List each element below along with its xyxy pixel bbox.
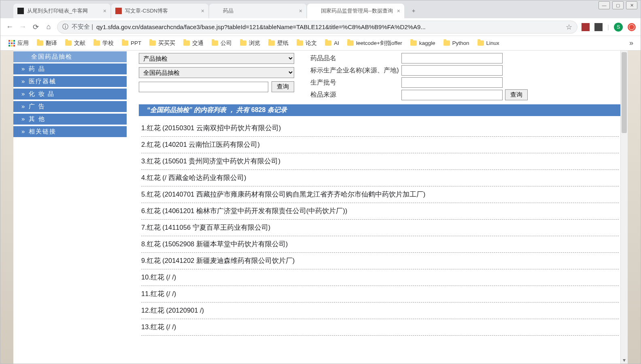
bookmark-label: PPT (131, 40, 141, 46)
folder-icon (297, 40, 303, 46)
label-source: 检品来源 (310, 91, 399, 99)
input-manufacturer[interactable] (401, 65, 503, 76)
bookmark-label: 买买买 (158, 40, 175, 47)
close-window-button[interactable]: ✕ (626, 1, 637, 9)
home-button[interactable]: ⌂ (44, 23, 53, 32)
sidebar: 全国药品抽检 药 品医疗器械化 妆 品广 告其 他相关链接 (13, 51, 127, 364)
toolbar-right: | S (582, 23, 636, 32)
profile-avatar[interactable]: S (614, 23, 623, 32)
select-scope[interactable]: 全国药品抽检 (139, 67, 294, 78)
scroll-thumb[interactable] (622, 52, 627, 133)
tab-strip: 从尾到头打印链表_牛客网×写文章-CSDN博客×药品×国家药品监督管理局--数据… (0, 0, 641, 18)
close-tab-icon[interactable]: × (101, 8, 106, 14)
scrollbar[interactable]: ▴ ▾ (620, 51, 628, 364)
search-button-left[interactable]: 查询 (272, 81, 294, 92)
folder-icon (93, 40, 100, 46)
sidebar-item[interactable]: 化 妆 品 (13, 88, 127, 100)
folder-icon (325, 40, 331, 46)
bookmark-item[interactable]: leetcode+剑指offer (344, 38, 405, 49)
bookmarks-overflow[interactable]: » (629, 39, 636, 47)
bookmark-item[interactable]: AI (322, 38, 342, 48)
adblock-icon[interactable] (628, 23, 636, 31)
bookmark-label: Linux (486, 40, 499, 46)
result-row[interactable]: 10.红花 (/ /) (141, 269, 619, 286)
sidebar-item[interactable]: 相关链接 (13, 126, 127, 138)
bookmark-item[interactable]: 翻译 (34, 38, 60, 49)
bookmark-label: 论文 (306, 40, 317, 47)
bookmark-label: AI (334, 40, 339, 46)
bookmark-item[interactable]: 公司 (208, 38, 235, 49)
result-row[interactable]: 6.红花 (14061201 榆林市广济堂中药开发有限责任公司(中药饮片厂)) (141, 203, 619, 220)
browser-tab[interactable]: 写文章-CSDN博客× (111, 4, 208, 18)
sidebar-item[interactable]: 广 告 (13, 101, 127, 112)
select-product-type[interactable]: 产品抽检 (139, 53, 294, 64)
sidebar-item[interactable]: 其 他 (13, 113, 127, 125)
label-manufacturer: 标示生产企业名称(来源、产地) (310, 66, 399, 75)
browser-tab[interactable]: 药品× (209, 4, 306, 18)
bookmark-item[interactable]: 壁纸 (265, 38, 292, 49)
bookmark-item[interactable]: Python (440, 38, 473, 48)
folder-icon (122, 40, 128, 46)
input-source[interactable] (401, 90, 503, 100)
keyword-input[interactable] (139, 82, 268, 92)
bookmark-label: 交通 (192, 40, 204, 47)
bookmark-star-icon[interactable]: ☆ (566, 23, 572, 32)
folder-icon (347, 40, 354, 46)
bookmark-item[interactable]: Linux (474, 38, 503, 48)
filter-row: 产品抽检 全国药品抽检 查询 药品品名 标示生产企业名称(来源、产地) 生产批号… (139, 53, 621, 100)
bookmark-item[interactable]: 买买买 (146, 38, 178, 49)
url-text: qy1.sfda.gov.cn/datasearchcnda/face3/bas… (96, 23, 426, 30)
input-batch[interactable] (401, 77, 503, 88)
result-row[interactable]: 8.红花 (15052908 新疆本草堂中药饮片有限公司) (141, 236, 619, 253)
maximize-button[interactable]: ▢ (612, 1, 624, 9)
bookmark-item[interactable]: 论文 (293, 38, 320, 49)
input-drug-name[interactable] (401, 53, 503, 63)
bookmark-item[interactable]: PPT (119, 38, 144, 48)
sidebar-item[interactable]: 医疗器械 (13, 76, 127, 87)
result-row[interactable]: 4.红花 (/ 西藏金哈达药业有限公司) (141, 170, 619, 186)
page-content: 全国药品抽检 药 品医疗器械化 妆 品广 告其 他相关链接 产品抽检 全国药品抽… (0, 51, 641, 364)
result-row[interactable]: 2.红花 (140201 云南怡江医药有限公司) (141, 137, 619, 153)
address-bar[interactable]: ⓘ 不安全 | qy1.sfda.gov.cn/datasearchcnda/f… (57, 21, 577, 34)
bookmark-item[interactable]: 交通 (180, 38, 207, 49)
label-batch: 生产批号 (310, 78, 399, 87)
bookmark-label: 文献 (74, 40, 85, 47)
tab-title: 国家药品监督管理局--数据查询 (321, 7, 393, 15)
new-tab-button[interactable]: ＋ (408, 5, 420, 17)
scroll-down-icon[interactable]: ▾ (621, 356, 628, 364)
minimize-button[interactable]: — (599, 1, 610, 9)
result-row[interactable]: 9.红花 (20141202 新疆麦迪森维药有限公司饮片厂) (141, 253, 619, 269)
close-tab-icon[interactable]: × (297, 8, 302, 14)
bookmark-item[interactable]: 文献 (62, 38, 89, 49)
sidebar-item-current[interactable]: 全国药品抽检 (13, 51, 127, 62)
browser-tab[interactable]: 国家药品监督管理局--数据查询× (307, 4, 404, 18)
result-row[interactable]: 11.红花 (/ /) (141, 286, 619, 303)
result-row[interactable]: 13.红花 (/ /) (141, 319, 619, 336)
result-row[interactable]: 5.红花 (20140701 西藏拉萨市雍康药材有限公司购自黑龙江省齐齐哈尔市仙… (141, 186, 619, 203)
result-row[interactable]: 7.红花 (1411056 宁夏百草王药业有限公司) (141, 220, 619, 236)
sidebar-item[interactable]: 药 品 (13, 63, 127, 75)
folder-icon (240, 40, 246, 46)
close-tab-icon[interactable]: × (395, 8, 400, 14)
back-button[interactable]: ← (5, 23, 14, 32)
reload-button[interactable]: ⟳ (31, 23, 40, 32)
bookmarks-bar: 应用翻译文献学校PPT买买买交通公司浏览壁纸论文AIleetcode+剑指off… (0, 36, 641, 51)
bookmark-item[interactable]: 浏览 (237, 38, 263, 49)
bookmark-label: leetcode+剑指offer (356, 40, 402, 47)
folder-icon (478, 40, 484, 46)
bookmark-item[interactable]: kaggle (407, 38, 439, 48)
browser-tab[interactable]: 从尾到头打印链表_牛客网× (13, 4, 110, 18)
page-left-margin (0, 51, 13, 364)
bookmark-item[interactable]: 学校 (90, 38, 117, 49)
extension-icon-1[interactable] (582, 23, 590, 31)
bookmark-label: 浏览 (249, 40, 260, 47)
result-row[interactable]: 12.红花 (20120901 /) (141, 303, 619, 319)
bookmark-item[interactable]: 应用 (5, 38, 32, 49)
close-tab-icon[interactable]: × (199, 8, 204, 14)
result-row[interactable]: 1.红花 (20150301 云南双招中药饮片有限公司) (141, 120, 619, 137)
pdf-extension-icon[interactable] (594, 23, 603, 31)
apps-icon (8, 40, 15, 47)
forward-button[interactable]: → (18, 23, 27, 32)
result-row[interactable]: 3.红花 (150501 贵州同济堂中药饮片有限公司) (141, 153, 619, 170)
search-button-right[interactable]: 查询 (505, 89, 528, 100)
